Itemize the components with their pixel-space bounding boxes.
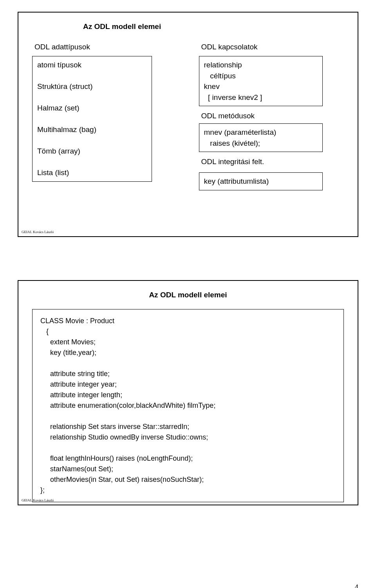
right-heading3: ODL integritási felt. xyxy=(201,157,344,166)
datatypes-box: atomi típusok Struktúra (struct) Halmaz … xyxy=(32,56,152,182)
slide-1: Az ODL modell elemei ODL adattípusok ato… xyxy=(18,12,358,237)
code-example-box: CLASS Movie : Product { extent Movies; k… xyxy=(32,309,344,502)
methods-box: mnev (paraméterlista) raises (kivétel); xyxy=(199,123,323,152)
slide2-title: Az ODL modell elemei xyxy=(32,291,344,299)
slide1-title: Az ODL modell elemei xyxy=(83,22,344,31)
right-heading2: ODL metódusok xyxy=(201,112,344,120)
slide2-footer: GEIAL Kovács László xyxy=(22,498,54,502)
slide1-right-col: ODL kapcsolatok relationship céltípus kn… xyxy=(199,43,344,194)
page-number: 4 xyxy=(354,583,358,588)
right-heading1: ODL kapcsolatok xyxy=(201,43,344,51)
slide-2: Az ODL modell elemei CLASS Movie : Produ… xyxy=(18,280,358,505)
integrity-box: key (attributumlista) xyxy=(199,172,323,190)
slide1-columns: ODL adattípusok atomi típusok Struktúra … xyxy=(32,43,344,194)
relationship-box: relationship céltípus knev [ inverse kne… xyxy=(199,56,323,106)
slide1-footer: GEIAL Kovács László xyxy=(22,230,54,234)
slide1-left-col: ODL adattípusok atomi típusok Struktúra … xyxy=(32,43,177,185)
left-heading: ODL adattípusok xyxy=(34,43,177,51)
